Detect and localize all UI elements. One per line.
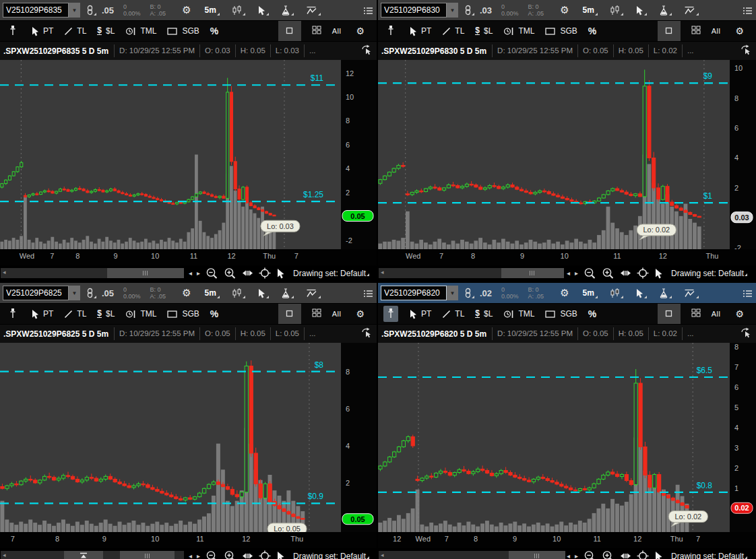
timeframe-button[interactable]: 5m <box>205 288 216 298</box>
scroll-step-right-button[interactable]: ▸ <box>575 552 578 559</box>
price-level-tool-button[interactable]: $$L <box>97 26 115 36</box>
trendline-tool-button[interactable]: TL <box>64 309 86 319</box>
single-chart-layout-button[interactable] <box>278 304 301 324</box>
study-graph-box-button[interactable]: SGB <box>545 26 577 36</box>
auto-scale-arrows-icon[interactable] <box>620 269 631 277</box>
symbol-input[interactable] <box>3 286 69 300</box>
all-charts-button[interactable]: All <box>712 27 721 35</box>
drawbar-settings-gear-icon[interactable]: ⚙ <box>352 308 369 320</box>
drawing-set-label[interactable]: Drawing set: Default <box>671 552 744 559</box>
pin-toolbar-button[interactable] <box>5 306 20 322</box>
all-charts-button[interactable]: All <box>332 310 342 318</box>
chart-type-candles-icon[interactable] <box>610 288 620 298</box>
header-more[interactable]: ... <box>682 327 699 340</box>
price-level-tool-button[interactable]: $$L <box>475 26 493 36</box>
drawing-set-label[interactable]: Drawing set: Default <box>293 552 366 559</box>
studies-flask-icon[interactable] <box>659 288 668 298</box>
symbol-input[interactable] <box>381 286 447 300</box>
list-menu-icon[interactable] <box>743 289 753 298</box>
chart-settings-gear-icon[interactable]: ⚙ <box>560 287 569 299</box>
symbol-input[interactable] <box>381 3 447 18</box>
percent-button[interactable]: % <box>210 26 218 36</box>
study-graph-box-button[interactable]: SGB <box>545 309 577 319</box>
trendline-tool-button[interactable]: TL <box>442 26 464 36</box>
all-charts-button[interactable]: All <box>332 27 342 35</box>
pointer-tool-button[interactable]: PT <box>31 309 53 319</box>
timeframe-button[interactable]: 5m <box>583 5 594 15</box>
time-level-tool-button[interactable]: TML <box>125 309 156 319</box>
zoom-out-icon[interactable] <box>584 550 596 559</box>
zoom-in-icon[interactable] <box>224 550 237 559</box>
crosshair-target-icon[interactable] <box>259 550 271 559</box>
chart-type-candles-icon[interactable] <box>232 5 242 15</box>
cursor-tool-icon[interactable] <box>257 5 265 15</box>
timeframe-button[interactable]: 5m <box>583 288 594 298</box>
trendline-tool-button[interactable]: TL <box>442 309 464 319</box>
zoom-out-icon[interactable] <box>206 550 218 559</box>
list-menu-icon[interactable] <box>363 289 373 298</box>
chart-settings-gear-icon[interactable]: ⚙ <box>182 287 191 299</box>
chart-type-candles-icon[interactable] <box>610 5 620 15</box>
chart-plot[interactable]: $11$1.2512108642-20.05Lo: 0.03 <box>0 60 377 249</box>
list-menu-icon[interactable] <box>743 6 753 15</box>
all-charts-button[interactable]: All <box>712 310 721 318</box>
grid-layout-button[interactable] <box>312 308 321 319</box>
zoom-out-icon[interactable] <box>584 267 596 280</box>
zoom-in-icon[interactable] <box>602 550 615 559</box>
pointer-mode-icon[interactable] <box>276 551 285 559</box>
single-chart-layout-button[interactable] <box>658 304 681 324</box>
time-level-tool-button[interactable]: TML <box>125 26 156 36</box>
study-graph-box-button[interactable]: SGB <box>167 26 199 36</box>
chart-plot[interactable]: $6.5$0.8876543210.02Lo: 0.02 <box>378 343 756 532</box>
percent-button[interactable]: % <box>588 308 596 319</box>
link-charts-icon[interactable] <box>87 5 93 15</box>
grid-layout-button[interactable] <box>691 308 701 319</box>
expand-panel-button[interactable] <box>64 551 103 559</box>
auto-scale-arrows-icon[interactable] <box>620 552 631 559</box>
percent-button[interactable]: % <box>588 26 596 36</box>
chart-scrollbar[interactable]: ◂ <box>1 268 184 278</box>
symbol-input[interactable] <box>3 3 69 18</box>
scrollbar-thumb[interactable] <box>509 551 565 559</box>
symbol-dropdown-button[interactable]: ▼ <box>447 3 458 18</box>
drawings-pattern-icon[interactable] <box>306 5 317 15</box>
single-chart-layout-button[interactable] <box>658 21 681 41</box>
link-charts-icon[interactable] <box>465 5 471 15</box>
pointer-tool-button[interactable]: PT <box>31 26 53 36</box>
study-graph-box-button[interactable]: SGB <box>167 309 199 319</box>
cursor-tool-icon[interactable] <box>257 288 265 298</box>
symbol-dropdown-button[interactable]: ▼ <box>69 286 80 300</box>
single-chart-layout-button[interactable] <box>278 21 301 41</box>
drawing-mode-cursor-icon[interactable] <box>361 44 373 58</box>
crosshair-target-icon[interactable] <box>637 267 649 279</box>
scrollbar-left-arrow-icon[interactable]: ◂ <box>3 552 6 558</box>
drawbar-settings-gear-icon[interactable]: ⚙ <box>731 25 748 37</box>
drawing-set-label[interactable]: Drawing set: Default <box>671 269 744 278</box>
cursor-tool-icon[interactable] <box>635 5 643 15</box>
studies-flask-icon[interactable] <box>281 5 290 15</box>
symbol-dropdown-button[interactable]: ▼ <box>69 3 80 18</box>
time-level-tool-button[interactable]: TML <box>503 309 534 319</box>
pointer-tool-button[interactable]: PT <box>409 26 431 36</box>
pointer-mode-icon[interactable] <box>276 268 285 279</box>
chart-scrollbar[interactable]: ◂ <box>1 551 184 559</box>
scrollbar-thumb[interactable] <box>501 268 563 278</box>
header-more[interactable]: ... <box>304 44 321 57</box>
trendline-tool-button[interactable]: TL <box>64 26 86 36</box>
chart-scrollbar[interactable]: ◂ <box>379 268 562 278</box>
drawings-pattern-icon[interactable] <box>684 5 695 15</box>
header-more[interactable]: ... <box>304 327 321 340</box>
scroll-step-left-button[interactable]: ◂ <box>189 269 192 277</box>
grid-layout-button[interactable] <box>312 26 321 36</box>
drawing-set-label[interactable]: Drawing set: Default <box>293 269 366 278</box>
studies-flask-icon[interactable] <box>281 288 290 298</box>
header-more[interactable]: ... <box>682 44 699 57</box>
scrollbar-left-arrow-icon[interactable]: ◂ <box>381 269 384 275</box>
scroll-step-right-button[interactable]: ▸ <box>197 269 200 277</box>
drawings-pattern-icon[interactable] <box>306 288 317 298</box>
drawing-mode-cursor-icon[interactable] <box>741 327 752 341</box>
grid-layout-button[interactable] <box>691 26 701 36</box>
pin-toolbar-button[interactable] <box>383 23 398 39</box>
zoom-in-icon[interactable] <box>224 267 237 280</box>
link-charts-icon[interactable] <box>87 288 93 298</box>
